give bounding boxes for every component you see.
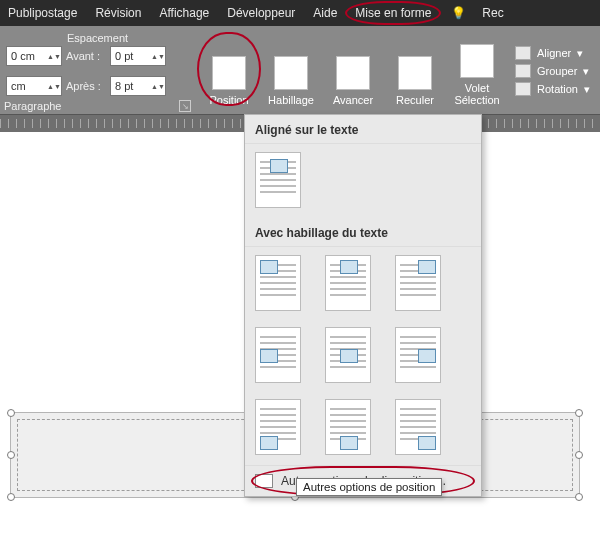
- thumb-icon: [418, 436, 436, 450]
- spacing-before-field[interactable]: 0 pt▲▼: [110, 46, 166, 66]
- pos-bottom-right-option[interactable]: [395, 399, 441, 455]
- indent-left-field[interactable]: 0 cm▲▼: [6, 46, 62, 66]
- position-button[interactable]: 🖼 Position: [201, 34, 257, 108]
- position-label: Position: [209, 94, 248, 106]
- menubar: Publipostage Révision Affichage Développ…: [0, 0, 600, 26]
- rotate-button[interactable]: Rotation ▾: [515, 82, 590, 96]
- wrap-button[interactable]: ▤ Habillage: [263, 34, 319, 108]
- align-icon: [515, 46, 531, 60]
- align-button[interactable]: Aligner ▾: [515, 46, 590, 60]
- indent-right-field[interactable]: cm▲▼: [6, 76, 62, 96]
- pos-middle-center-option[interactable]: [325, 327, 371, 383]
- menu-mise-en-forme[interactable]: Mise en forme: [353, 4, 433, 22]
- pos-bottom-left-option[interactable]: [255, 399, 301, 455]
- section-inline-title: Aligné sur le texte: [245, 115, 481, 144]
- wrap-icon: ▤: [274, 56, 308, 90]
- pos-middle-right-option[interactable]: [395, 327, 441, 383]
- paragraph-label: Paragraphe: [4, 100, 62, 112]
- spacing-before-value: 0 pt: [115, 50, 133, 62]
- pos-top-center-option[interactable]: [325, 255, 371, 311]
- pos-bottom-center-option[interactable]: [325, 399, 371, 455]
- forward-label: Avancer: [333, 94, 373, 106]
- menu-rechercher[interactable]: Rec: [480, 4, 505, 22]
- resize-handle[interactable]: [575, 451, 583, 459]
- resize-handle[interactable]: [7, 409, 15, 417]
- menu-revision[interactable]: Révision: [93, 4, 143, 22]
- spacing-after-field[interactable]: 8 pt▲▼: [110, 76, 166, 96]
- indent-left-value: 0 cm: [11, 50, 35, 62]
- forward-icon: ◧: [336, 56, 370, 90]
- selection-pane-button[interactable]: ⬚ VoletSélection: [449, 34, 505, 108]
- group-label: Grouper: [537, 65, 577, 77]
- position-dropdown: Aligné sur le texte Avec habillage du te…: [244, 114, 482, 497]
- arrange-right-col: Aligner ▾ Grouper ▾ Rotation ▾: [511, 40, 594, 102]
- selection-pane-icon: ⬚: [460, 44, 494, 78]
- thumb-icon: [340, 260, 358, 274]
- spacing-after-value: 8 pt: [115, 80, 133, 92]
- thumb-icon: [418, 260, 436, 274]
- rotate-icon: [515, 82, 531, 96]
- indent-right-value: cm: [11, 80, 26, 92]
- thumb-icon: [418, 349, 436, 363]
- ribbon: Espacement 0 cm▲▼ Avant : 0 pt▲▼ cm▲▼ Ap…: [0, 26, 600, 114]
- stepper-icon[interactable]: ▲▼: [151, 54, 161, 59]
- layout-options-icon: [255, 474, 273, 488]
- backward-label: Reculer: [396, 94, 434, 106]
- backward-icon: ◨: [398, 56, 432, 90]
- pos-top-left-option[interactable]: [255, 255, 301, 311]
- group-button[interactable]: Grouper ▾: [515, 64, 590, 78]
- bring-forward-button[interactable]: ◧ Avancer: [325, 34, 381, 108]
- send-backward-button[interactable]: ◨ Reculer: [387, 34, 443, 108]
- resize-handle[interactable]: [575, 493, 583, 501]
- tooltip: Autres options de position: [296, 478, 442, 496]
- align-label: Aligner: [537, 47, 571, 59]
- wrap-label: Habillage: [268, 94, 314, 106]
- selection-pane-label: VoletSélection: [454, 82, 499, 106]
- menu-publipostage[interactable]: Publipostage: [6, 4, 79, 22]
- group-icon: [515, 64, 531, 78]
- group-title-espacement: Espacement: [6, 30, 189, 44]
- thumb-icon: [260, 436, 278, 450]
- menu-aide[interactable]: Aide: [311, 4, 339, 22]
- stepper-icon[interactable]: ▲▼: [47, 54, 57, 59]
- menu-developpeur[interactable]: Développeur: [225, 4, 297, 22]
- resize-handle[interactable]: [7, 451, 15, 459]
- group-paragraph: Espacement 0 cm▲▼ Avant : 0 pt▲▼ cm▲▼ Ap…: [0, 26, 195, 114]
- thumb-icon: [260, 260, 278, 274]
- menu-affichage[interactable]: Affichage: [157, 4, 211, 22]
- after-label: Après :: [66, 80, 106, 92]
- pos-top-right-option[interactable]: [395, 255, 441, 311]
- stepper-icon[interactable]: ▲▼: [47, 84, 57, 89]
- position-icon: 🖼: [212, 56, 246, 90]
- before-label: Avant :: [66, 50, 106, 62]
- resize-handle[interactable]: [575, 409, 583, 417]
- stepper-icon[interactable]: ▲▼: [151, 84, 161, 89]
- pos-inline-option[interactable]: [255, 152, 301, 208]
- group-arrange: 🖼 Position ▤ Habillage ◧ Avancer ◨ Recul…: [195, 26, 600, 114]
- section-wrap-title: Avec habillage du texte: [245, 218, 481, 247]
- dialog-launcher-icon[interactable]: ↘: [179, 100, 191, 112]
- rotate-label: Rotation: [537, 83, 578, 95]
- thumb-icon: [340, 436, 358, 450]
- pos-middle-left-option[interactable]: [255, 327, 301, 383]
- lightbulb-icon: 💡: [451, 6, 466, 20]
- thumb-icon: [270, 159, 288, 173]
- thumb-icon: [260, 349, 278, 363]
- thumb-icon: [340, 349, 358, 363]
- resize-handle[interactable]: [7, 493, 15, 501]
